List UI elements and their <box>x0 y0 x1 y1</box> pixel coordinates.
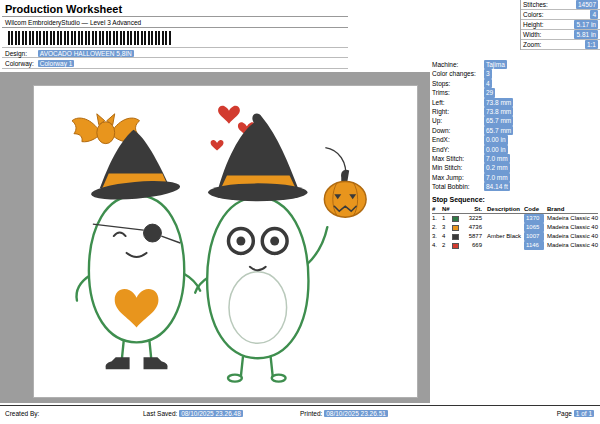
machine-value: 0.00 in <box>484 135 508 144</box>
machine-value: 84.14 ft <box>484 182 510 191</box>
thread-color-swatch <box>452 216 459 222</box>
machine-row: EndY: 0.00 in <box>432 145 598 154</box>
machine-label: Trims: <box>432 88 484 97</box>
summary-label: Colors: <box>523 10 544 19</box>
machine-row: Trims: 29 <box>432 88 598 97</box>
last-saved-label: Last Saved: <box>143 410 177 417</box>
machine-value: 0.00 in <box>484 145 508 154</box>
machine-value: 73.8 mm <box>484 107 513 116</box>
stop-row: 4. 2 669 1146 Madeira Classic 40 <box>432 241 598 250</box>
machine-row: Machine: Tajima <box>432 60 598 69</box>
col-stitches: St. <box>464 205 484 213</box>
software-name-box: Wilcom EmbroideryStudio — Level 3 Advanc… <box>2 16 348 28</box>
machine-row: Left: 73.8 mm <box>432 98 598 107</box>
stop-number: 2. <box>432 223 442 232</box>
machine-label: Min Stitch: <box>432 163 484 172</box>
pumpkin-stem <box>341 170 349 183</box>
design-row: Design: AVOCADO HALLOWEEN 5,8IN <box>2 47 348 58</box>
page-value: 1 of 1 <box>574 410 594 417</box>
summary-row: Zoom: 1:1 <box>521 40 600 50</box>
machine-value: 29 <box>484 88 495 97</box>
stop-sequence-header: # N# St. Description Code Brand <box>432 205 598 214</box>
stop-number: 4. <box>432 241 442 250</box>
stop-thread-brand: Madeira Classic 40 <box>544 214 598 223</box>
stop-sequence-rows: 1. 1 3225 1370 Madeira Classic 40 2. 3 4… <box>432 214 598 250</box>
stop-stitch-count: 4736 <box>464 223 484 232</box>
machine-label: Color changes: <box>432 69 484 78</box>
stop-thread-code: 1146 <box>524 241 544 250</box>
page-indicator: Page 1 of 1 <box>557 410 594 417</box>
machine-label: Stops: <box>432 79 484 88</box>
witch-hat-right <box>208 113 307 201</box>
pit-outline <box>229 272 287 344</box>
printed: Printed: 08/10/2025 23.26.51 <box>300 410 388 417</box>
pumpkin-body <box>324 181 366 217</box>
col-brand: Brand <box>544 205 598 213</box>
created-by-label: Created By: <box>5 410 39 417</box>
summary-row: Height: 5.17 in <box>521 20 600 30</box>
col-needle: N# <box>442 205 452 213</box>
stop-sequence: Stop Sequence: # N# St. Description Code… <box>432 196 598 250</box>
summary-box: Stitches: 14507 Colors: 4 Height: 5.17 i… <box>520 0 600 50</box>
machine-info: Machine: Tajima Color changes: 3 Stops: … <box>432 60 598 191</box>
col-number: # <box>432 205 442 213</box>
printed-value: 08/10/2025 23.26.51 <box>324 410 388 417</box>
thread-color-swatch <box>452 243 459 249</box>
summary-value: 1:1 <box>585 40 598 49</box>
thread-color-swatch <box>452 234 459 240</box>
summary-label: Stitches: <box>523 0 548 9</box>
stop-needle: 4 <box>442 232 452 241</box>
stop-stitch-count: 5877 <box>464 232 484 241</box>
stop-number: 3. <box>432 232 442 241</box>
stop-thread-code: 1370 <box>524 214 544 223</box>
machine-value: 3 <box>484 69 492 78</box>
summary-label: Height: <box>523 20 544 29</box>
machine-value: Tajima <box>484 60 507 69</box>
design-preview-area <box>0 72 430 403</box>
machine-row: Stops: 4 <box>432 79 598 88</box>
colorway-row: Colorway: Colorway 1 <box>2 58 348 69</box>
summary-value: 5.81 in <box>574 30 598 39</box>
machine-value: 65.7 mm <box>484 116 513 125</box>
footer: Created By: Last Saved: 08/10/2025 23.26… <box>0 405 600 424</box>
col-code: Code <box>524 205 544 213</box>
stop-needle: 2 <box>442 241 452 250</box>
machine-value: 73.8 mm <box>484 98 513 107</box>
stop-needle: 1 <box>442 214 452 223</box>
machine-value: 7.0 mm <box>484 173 510 182</box>
machine-label: Max Jump: <box>432 173 484 182</box>
col-swatch <box>452 205 464 213</box>
machine-label: EndX: <box>432 135 484 144</box>
machine-row: Color changes: 3 <box>432 69 598 78</box>
barcode <box>8 31 171 45</box>
design-artwork <box>34 86 417 397</box>
stop-thread-brand: Madeira Classic 40 <box>544 232 598 241</box>
summary-value: 14507 <box>576 0 598 9</box>
machine-row: Up: 65.7 mm <box>432 116 598 125</box>
machine-label: Right: <box>432 107 484 116</box>
colorway-value: Colorway 1 <box>38 60 75 67</box>
pumpkin-balloon <box>324 148 366 218</box>
machine-row: Min Stitch: 0.2 mm <box>432 163 598 172</box>
machine-value: 4 <box>484 79 492 88</box>
stop-thread-code: 1007 <box>524 232 544 241</box>
stop-row: 1. 1 3225 1370 Madeira Classic 40 <box>432 214 598 223</box>
machine-label: Down: <box>432 126 484 135</box>
summary-value: 4 <box>590 10 598 19</box>
stop-stitch-count: 3225 <box>464 214 484 223</box>
stop-description: Amber Black <box>484 232 524 241</box>
machine-value: 65.7 mm <box>484 126 513 135</box>
avocado-right <box>195 113 327 381</box>
machine-row: EndX: 0.00 in <box>432 135 598 144</box>
summary-row: Width: 5.81 in <box>521 30 600 40</box>
stop-stitch-count: 669 <box>464 241 484 250</box>
last-saved-value: 08/10/2025 23.26.48 <box>179 410 243 417</box>
machine-label: Machine: <box>432 60 484 69</box>
machine-label: EndY: <box>432 145 484 154</box>
worksheet-page: Production Worksheet Wilcom EmbroiderySt… <box>0 0 600 424</box>
design-canvas <box>33 85 418 398</box>
stop-thread-brand: Madeira Classic 40 <box>544 223 598 232</box>
design-value: AVOCADO HALLOWEEN 5,8IN <box>38 50 134 57</box>
software-name: Wilcom EmbroideryStudio — Level 3 Advanc… <box>5 19 141 26</box>
summary-row: Colors: 4 <box>521 10 600 20</box>
